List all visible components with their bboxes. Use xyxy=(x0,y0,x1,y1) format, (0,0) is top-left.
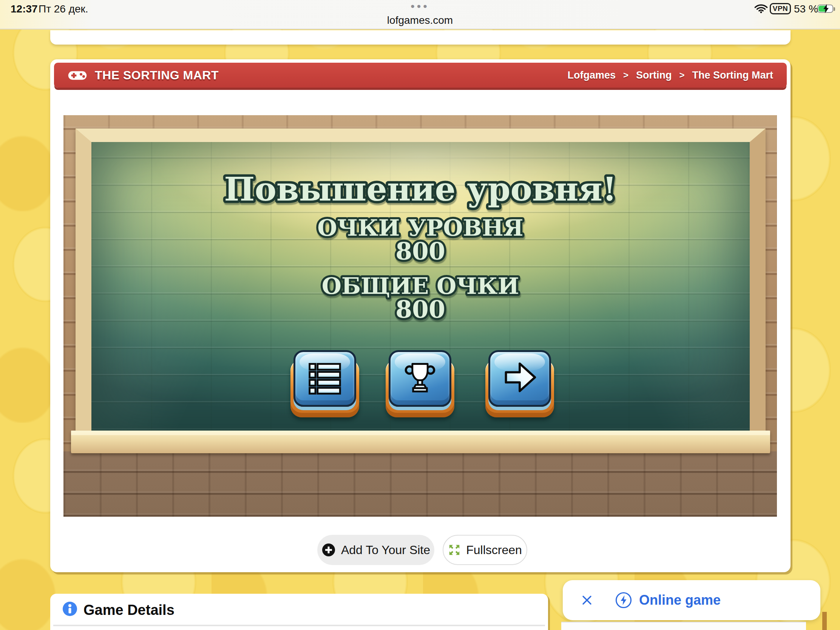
breadcrumb-item-sorting[interactable]: Sorting xyxy=(636,69,672,81)
breadcrumb-item-lofgames[interactable]: Lofgames xyxy=(567,69,616,81)
online-game-popup: Online game xyxy=(563,580,820,620)
levelup-title: Повышение уровня! xyxy=(186,167,655,213)
menu-icon xyxy=(307,359,343,397)
lightning-icon xyxy=(615,592,632,609)
vpn-badge: VPN xyxy=(770,3,791,14)
info-icon xyxy=(62,601,77,616)
page-title: THE SORTING MART xyxy=(95,68,219,82)
lower-brick-wall xyxy=(63,452,777,517)
breadcrumb-separator: > xyxy=(623,70,628,81)
total-points-value: 800 xyxy=(326,294,515,326)
details-divider xyxy=(53,625,545,626)
vpn-label: VPN xyxy=(773,5,788,13)
breadcrumb: Lofgames > Sorting > The Sorting Mart xyxy=(567,69,773,81)
expand-icon xyxy=(448,543,461,556)
clock-label: 12:37 xyxy=(11,3,38,15)
add-to-site-button[interactable]: Add To Your Site xyxy=(317,535,434,565)
wifi-icon xyxy=(754,2,768,15)
breadcrumb-separator: > xyxy=(679,70,684,81)
main-card: THE SORTING MART Lofgames > Sorting > Th… xyxy=(50,59,791,572)
address-bar-url[interactable]: lofgames.com xyxy=(387,14,453,27)
svg-text:Повышение уровня!: Повышение уровня! xyxy=(224,170,617,208)
next-icon xyxy=(502,359,538,397)
add-to-site-label: Add To Your Site xyxy=(341,543,430,557)
gamepad-icon xyxy=(68,68,87,82)
close-icon[interactable] xyxy=(580,594,594,607)
game-details-title: Game Details xyxy=(84,602,175,618)
status-bar: 12:37 Пт 26 дек. ••• lofgames.com VPN 53… xyxy=(0,0,840,30)
plus-circle-icon xyxy=(321,543,336,557)
svg-text:800: 800 xyxy=(395,295,445,323)
fullscreen-button[interactable]: Fullscreen xyxy=(443,535,527,565)
window-sill xyxy=(71,431,770,453)
popup-shadow-strip xyxy=(822,612,827,630)
fullscreen-label: Fullscreen xyxy=(466,543,522,557)
battery-charging-icon xyxy=(817,5,833,13)
next-button[interactable] xyxy=(485,350,555,418)
trophy-button[interactable] xyxy=(385,350,455,418)
level-points-value: 800 xyxy=(326,236,515,268)
trophy-icon xyxy=(402,359,438,397)
game-stage: Повышение уровня! ОЧКИ УРОВНЯ 800 ОБЩИЕ … xyxy=(63,115,777,517)
game-details-card: Game Details xyxy=(50,594,548,630)
battery-percent-label: 53 % xyxy=(794,3,818,15)
previous-card-fragment xyxy=(50,30,791,44)
game-header-bar: THE SORTING MART Lofgames > Sorting > Th… xyxy=(54,63,787,88)
svg-text:800: 800 xyxy=(395,237,445,265)
popup-sub-panel xyxy=(561,622,806,630)
online-game-label: Online game xyxy=(639,592,721,608)
date-label: Пт 26 дек. xyxy=(38,3,88,15)
breadcrumb-item-the-sorting-mart: The Sorting Mart xyxy=(692,69,774,81)
tab-overview-dots[interactable]: ••• xyxy=(411,0,429,13)
menu-button[interactable] xyxy=(290,350,360,418)
